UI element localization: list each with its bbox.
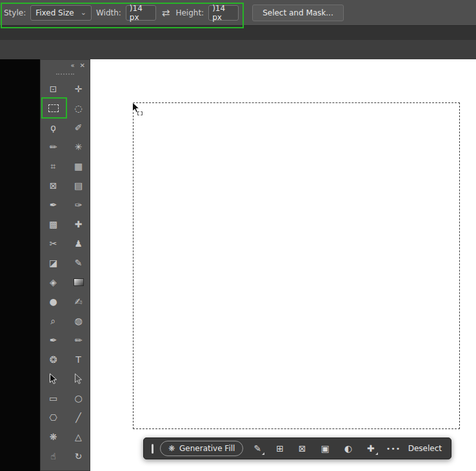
smudge-tool[interactable]: ✍ — [66, 292, 91, 311]
ruler-tool[interactable]: ▤ — [66, 176, 91, 195]
workspace-background — [0, 59, 40, 471]
generative-fill-button[interactable]: ❋ Generative Fill — [160, 441, 243, 456]
gradient-tool[interactable] — [66, 273, 91, 292]
height-input[interactable]: )14 px — [208, 5, 239, 21]
tool-panel-header: « ✕ — [41, 60, 90, 70]
clone-stamp-tool[interactable]: ♟ — [66, 234, 91, 253]
collapse-panel-icon[interactable]: « — [70, 62, 74, 69]
quick-selection-tool[interactable]: ✐ — [66, 118, 91, 137]
gradient-glyph — [74, 278, 84, 286]
brush-icon[interactable]: ✎ — [253, 444, 261, 453]
rectangular-marquee-tool[interactable] — [41, 99, 66, 118]
scale-icon[interactable]: ⊠ — [299, 444, 306, 453]
taskbar-icon-group: ✎ ⊞ ⊠ ▣ ◐ ✚ — [253, 444, 374, 453]
document-tab-strip — [0, 26, 476, 59]
brush-tool[interactable]: ✎ — [66, 253, 91, 273]
select-and-mask-button[interactable]: Select and Mask... — [252, 5, 344, 21]
polygon-tool[interactable]: ⎔ — [41, 408, 66, 427]
selection-marquee[interactable] — [133, 102, 460, 429]
style-dropdown[interactable]: Fixed Size ⌄ — [30, 5, 92, 21]
hand-tool[interactable]: ☝ — [41, 447, 66, 466]
generative-fill-icon: ❋ — [168, 444, 175, 453]
pen-tool[interactable]: ✒ — [41, 331, 66, 350]
magic-wand-tool[interactable]: ✳ — [66, 137, 91, 157]
deselect-button[interactable]: Deselect — [408, 444, 443, 453]
photoshop-window: Style: Fixed Size ⌄ Width: )14 px ⇄ Heig… — [0, 0, 476, 471]
marquee-glyph — [48, 104, 59, 112]
style-value: Fixed Size — [35, 8, 74, 17]
generative-fill-label: Generative Fill — [179, 444, 235, 453]
canvas[interactable]: ❋ Generative Fill ✎ ⊞ ⊠ ▣ ◐ ✚ ••• Desele… — [90, 59, 476, 471]
lasso-tool[interactable]: ϙ — [41, 118, 66, 137]
width-label: Width: — [96, 8, 121, 17]
width-input[interactable]: )14 px — [126, 5, 156, 21]
frame-tool[interactable]: ⊡ — [41, 79, 66, 99]
path-selection-tool[interactable] — [41, 369, 66, 389]
options-bar: Style: Fixed Size ⌄ Width: )14 px ⇄ Heig… — [0, 0, 476, 26]
color-sampler-tool[interactable]: ✑ — [66, 195, 91, 215]
eyedropper-tool[interactable]: ✒ — [41, 195, 66, 215]
heal-icon[interactable]: ✚ — [367, 444, 375, 453]
slice-tool[interactable]: ⊠ — [41, 176, 66, 195]
content-aware-move-tool[interactable]: ✂ — [41, 234, 66, 253]
style-label: Style: — [4, 8, 26, 17]
elliptical-marquee-tool[interactable]: ◌ — [66, 99, 91, 118]
healing-brush-tool[interactable]: ✚ — [66, 215, 91, 234]
marquee-cursor-badge — [137, 111, 143, 115]
more-options-button[interactable]: ••• — [386, 445, 401, 453]
ellipse-tool[interactable]: ○ — [66, 389, 91, 408]
height-label: Height: — [175, 8, 204, 17]
adjustment-icon[interactable]: ◐ — [344, 444, 352, 453]
direct-selection-tool[interactable] — [66, 369, 91, 389]
close-panel-icon[interactable]: ✕ — [80, 62, 85, 69]
contextual-taskbar: ❋ Generative Fill ✎ ⊞ ⊠ ▣ ◐ ✚ ••• Desele… — [143, 437, 451, 459]
tools-grid: ⊡✛◌ϙ✐✏✳⌗▦⊠▤✒✑▩✚✂♟◪✎◈●✍⌕◍✒✏❂T▭○⎔╱❋△☝↻ — [41, 79, 91, 466]
type-tool[interactable]: T — [66, 350, 91, 369]
triangle-tool[interactable]: △ — [66, 427, 91, 447]
dodge-tool[interactable]: ⌕ — [41, 311, 66, 331]
tool-panel: « ✕ ⊡✛◌ϙ✐✏✳⌗▦⊠▤✒✑▩✚✂♟◪✎◈●✍⌕◍✒✏❂T▭○⎔╱❋△☝↻ — [40, 59, 90, 471]
crop-tool[interactable]: ⌗ — [41, 157, 66, 176]
move-tool[interactable]: ✛ — [66, 79, 91, 99]
chevron-down-icon: ⌄ — [81, 9, 86, 16]
fill-icon[interactable]: ▣ — [321, 444, 330, 453]
blur-tool[interactable]: ● — [41, 292, 66, 311]
rotate-view-tool[interactable]: ↻ — [66, 447, 91, 466]
paint-bucket-tool[interactable]: ◈ — [41, 273, 66, 292]
transform-icon[interactable]: ⊞ — [276, 444, 284, 453]
freeform-pen-tool[interactable]: ✏ — [66, 331, 91, 350]
custom-shape-tool[interactable]: ❋ — [41, 427, 66, 447]
sponge-tool[interactable]: ◍ — [66, 311, 91, 331]
pattern-stamp-tool[interactable]: ▩ — [41, 215, 66, 234]
workspace: « ✕ ⊡✛◌ϙ✐✏✳⌗▦⊠▤✒✑▩✚✂♟◪✎◈●✍⌕◍✒✏❂T▭○⎔╱❋△☝↻… — [0, 59, 476, 471]
swap-dimensions-icon[interactable]: ⇄ — [161, 7, 172, 19]
perspective-crop-tool[interactable]: ▦ — [66, 157, 91, 176]
mixer-brush-tool[interactable]: ❂ — [41, 350, 66, 369]
object-selection-tool[interactable]: ✏ — [41, 137, 66, 157]
eraser-tool[interactable]: ◪ — [41, 253, 66, 273]
taskbar-drag-handle[interactable] — [152, 444, 154, 454]
panel-grip-handle[interactable] — [56, 73, 74, 75]
rectangle-tool[interactable]: ▭ — [41, 389, 66, 408]
line-tool[interactable]: ╱ — [66, 408, 91, 427]
